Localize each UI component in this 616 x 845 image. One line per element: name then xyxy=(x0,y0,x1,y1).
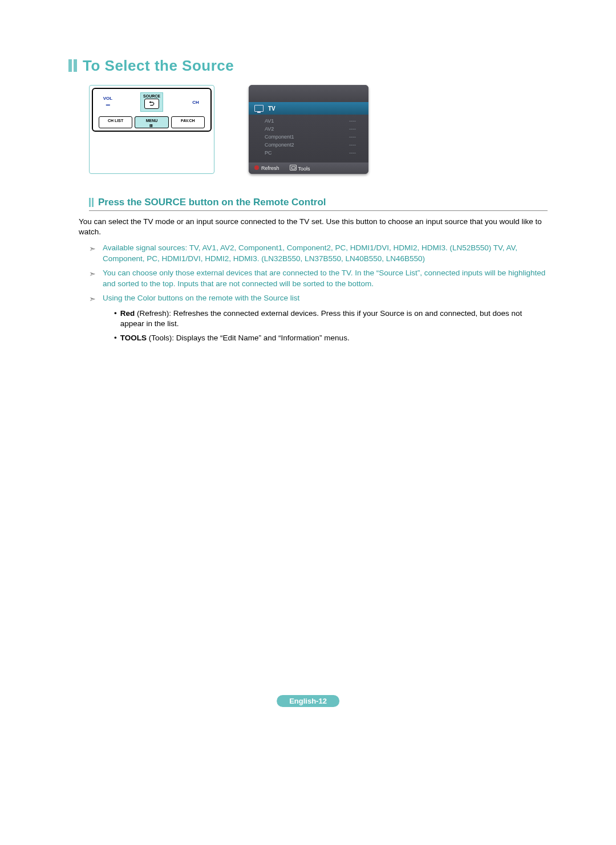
osd-source-list: AV1 ---- AV2 ---- Component1 ---- Compon… xyxy=(249,115,368,162)
note-text: Using the Color buttons on the remote wi… xyxy=(103,293,299,305)
section-subhead-row: Press the SOURCE button on the Remote Co… xyxy=(89,197,548,208)
bullet-text: TOOLS (Tools): Displays the “Edit Name” … xyxy=(120,333,350,344)
intro-paragraph: You can select the TV mode or an input s… xyxy=(79,217,548,237)
manual-page: To Select the Source VOL − SOURCE ⮌ xyxy=(0,0,616,741)
osd-selected-row: TV xyxy=(249,102,368,115)
bullet-text: Red (Refresh): Refreshes the connected e… xyxy=(120,308,548,330)
remote-chlist-button: CH LIST xyxy=(99,116,132,128)
osd-footer: Refresh Tools xyxy=(249,162,368,174)
remote-source-button: ⮌ xyxy=(144,99,159,109)
bullet-dot-icon: • xyxy=(114,333,117,344)
list-item: AV2 ---- xyxy=(249,125,368,133)
arrow-icon: ➣ xyxy=(89,269,96,290)
section-divider xyxy=(89,210,548,211)
bullet-item: • Red (Refresh): Refreshes the connected… xyxy=(114,308,548,330)
note-item: ➣ Using the Color buttons on the remote … xyxy=(89,293,548,305)
source-icon: ⮌ xyxy=(149,101,155,107)
source-list-osd: TV AV1 ---- AV2 ---- Component1 ---- Com… xyxy=(249,85,368,174)
osd-selected-label: TV xyxy=(268,105,275,112)
osd-tools: Tools xyxy=(290,165,310,172)
remote-source-label: SOURCE xyxy=(143,94,160,98)
note-item: ➣ You can choose only those external dev… xyxy=(89,268,548,290)
red-dot-icon xyxy=(254,165,259,170)
osd-header xyxy=(249,85,368,102)
illustration-row: VOL − SOURCE ⮌ CH CH LIST MENU xyxy=(89,85,548,174)
remote-control-illustration: VOL − SOURCE ⮌ CH CH LIST MENU xyxy=(89,85,214,174)
osd-refresh: Refresh xyxy=(254,165,279,171)
tv-icon xyxy=(254,105,264,112)
note-item: ➣ Available signal sources: TV, AV1, AV2… xyxy=(89,243,548,265)
page-number-badge: English-12 xyxy=(277,695,339,707)
section-subhead: Press the SOURCE button on the Remote Co… xyxy=(98,197,326,208)
note-text: You can choose only those external devic… xyxy=(103,268,548,290)
page-title-row: To Select the Source xyxy=(68,57,548,75)
remote-favch-button: FAV.CH xyxy=(171,116,205,128)
sub-bullet-list: • Red (Refresh): Refreshes the connected… xyxy=(114,308,548,344)
minus-icon: − xyxy=(99,101,117,109)
page-title: To Select the Source xyxy=(83,57,234,75)
tools-icon xyxy=(290,165,297,170)
list-item: AV1 ---- xyxy=(249,117,368,125)
subhead-accent-bars xyxy=(89,198,94,207)
list-item: Component2 ---- xyxy=(249,141,368,149)
arrow-icon: ➣ xyxy=(89,243,96,265)
remote-vol-label: VOL − xyxy=(99,96,117,109)
remote-menu-button: MENU ▥ xyxy=(135,116,168,128)
note-text: Available signal sources: TV, AV1, AV2, … xyxy=(103,243,548,265)
list-item: Component1 ---- xyxy=(249,133,368,141)
list-item: PC ---- xyxy=(249,149,368,157)
bullet-item: • TOOLS (Tools): Displays the “Edit Name… xyxy=(114,333,548,344)
title-accent-bars xyxy=(68,59,77,72)
remote-source-highlight: SOURCE ⮌ xyxy=(140,92,163,112)
remote-ch-label: CH xyxy=(187,100,205,105)
menu-icon: ▥ xyxy=(136,123,167,127)
bullet-dot-icon: • xyxy=(114,308,117,330)
arrow-icon: ➣ xyxy=(89,294,96,305)
